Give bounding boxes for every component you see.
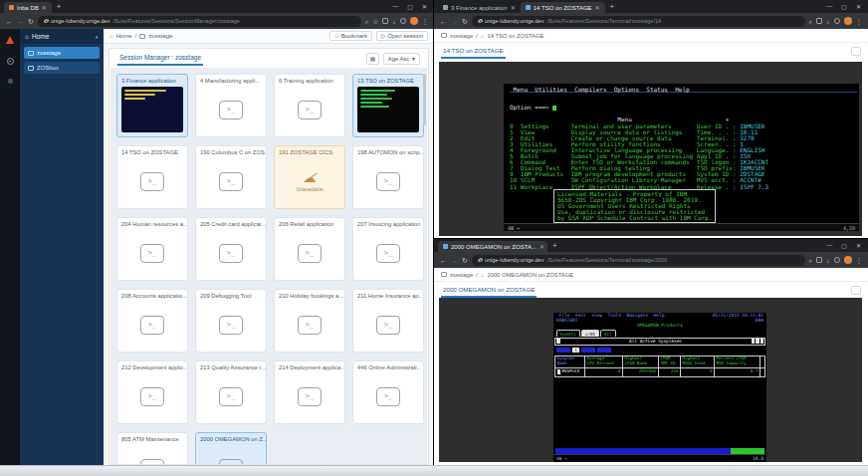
minimize-icon[interactable] <box>392 3 398 10</box>
close-icon[interactable] <box>422 3 427 10</box>
session-tile[interactable]: 190 Columbus C on ZOS...>_ <box>195 145 267 209</box>
browser-tab[interactable]: Inba DB <box>4 2 52 13</box>
close-icon[interactable] <box>856 3 861 10</box>
session-tile[interactable]: 213 Quality Assurance t...>_ <box>195 360 267 424</box>
browser-menu-icon[interactable] <box>856 18 863 25</box>
browser-tab[interactable]: 14 TSO on ZOSTAGE <box>521 2 605 13</box>
minimize-icon[interactable] <box>826 242 832 249</box>
account-icon[interactable] <box>400 18 406 24</box>
gear-icon[interactable] <box>7 58 14 65</box>
reload-icon[interactable] <box>28 18 34 25</box>
breadcrumb-home[interactable]: Home <box>116 33 132 39</box>
scrollbar[interactable] <box>423 74 426 125</box>
session-tile[interactable]: 805 ATM Maintenance>_ <box>116 432 188 464</box>
tso-ispf-terminal-screen[interactable]: Menu Utilities Compilers Options Status … <box>504 84 859 231</box>
window-menu-block[interactable] <box>556 339 560 344</box>
profile-avatar[interactable] <box>844 17 852 25</box>
session-tile[interactable]: 3 Finance application <box>116 74 188 137</box>
view-toggle-button[interactable]: ▦ <box>366 53 379 65</box>
pager-segment[interactable] <box>597 348 611 353</box>
session-tile[interactable]: 6 Training application>_ <box>274 74 345 137</box>
profile-avatar[interactable] <box>844 256 852 264</box>
forward-icon[interactable] <box>17 18 24 25</box>
breadcrumb-parent[interactable]: zosstage <box>450 33 473 39</box>
browser-menu-icon[interactable] <box>856 257 863 264</box>
session-tile[interactable]: 208 Accounts applicatio...>_ <box>116 289 188 353</box>
search-icon[interactable] <box>809 257 813 264</box>
session-tile[interactable]: 204 Human resources a...>_ <box>116 217 188 281</box>
session-tile[interactable]: 191 ZOSTAGE CICSUnavailable <box>274 145 345 209</box>
sidebar-item-zosbox[interactable]: ZOSbox <box>24 62 100 74</box>
session-tile[interactable]: 206 Retail application>_ <box>274 217 345 281</box>
downloads-icon[interactable] <box>392 18 395 25</box>
open-session-button[interactable]: Open session <box>376 31 428 41</box>
new-tab-button[interactable]: + <box>610 2 615 11</box>
session-tile[interactable]: 14 TSO on ZOSTAGE>_ <box>116 145 188 209</box>
forward-icon[interactable] <box>451 257 458 264</box>
session-tile[interactable]: 198 AUTOMON on scrip...>_ <box>352 145 424 209</box>
tab-close-icon[interactable] <box>595 5 600 11</box>
session-tile[interactable]: 210 Holiday bookings a...>_ <box>274 289 345 353</box>
session-tile[interactable]: 4 Manufacturing appli...>_ <box>195 74 267 137</box>
extensions-icon[interactable] <box>382 18 388 24</box>
tab-session-manager[interactable]: Session Manager : zosstage <box>117 51 203 66</box>
maximize-icon[interactable] <box>407 3 413 10</box>
tab-close-icon[interactable] <box>511 5 516 11</box>
tab-close-icon[interactable] <box>540 244 544 250</box>
session-tile[interactable]: 214 Deployment applica...>_ <box>274 360 345 424</box>
new-tab-button[interactable]: + <box>57 2 62 11</box>
address-bar[interactable]: unige-lubendy.unige.dev/Suite/Features/S… <box>472 16 805 27</box>
new-tab-button[interactable]: + <box>552 241 557 250</box>
session-tile[interactable]: 205 Credit card applicat...>_ <box>195 217 267 281</box>
window-control-block[interactable] <box>752 339 756 344</box>
session-tile[interactable]: 13 TSO on ZOSTAGE <box>352 74 424 137</box>
bookmark-button[interactable]: Bookmark <box>329 31 372 41</box>
reload-icon[interactable] <box>462 18 468 25</box>
session-tile[interactable]: 211 Home Insurance ap...>_ <box>352 289 424 353</box>
terminal-tab-events[interactable]: Events <box>556 330 580 337</box>
tab-close-icon[interactable] <box>42 5 47 11</box>
tab-tso-session[interactable]: 14 TSO on ZOSTAGE <box>441 44 506 59</box>
session-tile[interactable]: 209 Debugging Tool>_ <box>195 289 267 353</box>
bookmark-star-icon[interactable] <box>372 18 378 25</box>
back-icon[interactable] <box>440 257 447 264</box>
window-control-block[interactable] <box>756 339 760 344</box>
omegamon-terminal-screen[interactable]: File Edit View Tools Navigate Help05/11/… <box>553 313 766 462</box>
terminal-tab-zos[interactable]: z/OS <box>581 330 599 337</box>
keyboard-icon[interactable] <box>851 286 861 295</box>
account-icon[interactable] <box>834 18 840 24</box>
sidebar-header-home[interactable]: Home <box>20 29 104 44</box>
extensions-icon[interactable] <box>816 18 822 24</box>
pager-segment[interactable] <box>556 348 570 353</box>
address-bar[interactable]: unige-lubendy.unige.dev/Suite/Features/S… <box>472 255 805 266</box>
rail-extra-icon[interactable] <box>8 79 13 84</box>
taskbar[interactable] <box>0 465 868 476</box>
search-icon[interactable] <box>809 18 813 25</box>
extensions-icon[interactable] <box>816 257 822 263</box>
command-input-bar[interactable] <box>555 448 764 454</box>
maximize-icon[interactable] <box>841 242 847 249</box>
keyboard-icon[interactable] <box>851 47 861 56</box>
terminal-tab-all[interactable]: All <box>600 330 616 337</box>
sort-dropdown[interactable]: Age Asc <box>383 53 420 65</box>
close-icon[interactable] <box>856 242 861 249</box>
account-icon[interactable] <box>834 257 840 263</box>
profile-avatar[interactable] <box>410 17 418 25</box>
session-tile[interactable]: 2000 OMEGAMON on Z...>_ <box>195 432 267 464</box>
tab-omegamon-session[interactable]: 2000 OMEGAMON on ZOSTAGE <box>441 283 537 298</box>
search-icon[interactable] <box>365 18 369 25</box>
downloads-icon[interactable] <box>826 257 829 264</box>
window-control-block[interactable] <box>760 339 764 344</box>
forward-icon[interactable] <box>451 18 458 25</box>
browser-tab[interactable]: 2000 OMEGAMON on ZOSTA... <box>438 241 547 252</box>
sidebar-item-zosstage[interactable]: zosstage <box>24 47 100 59</box>
back-icon[interactable] <box>6 18 13 25</box>
back-icon[interactable] <box>440 18 447 25</box>
browser-tab[interactable]: 3 Finance application <box>438 2 521 13</box>
downloads-icon[interactable] <box>826 18 829 25</box>
breadcrumb-parent[interactable]: zosstage <box>450 272 473 278</box>
session-tile[interactable]: 212 Development applic...>_ <box>116 360 188 424</box>
session-tile[interactable]: 207 Invoicing application>_ <box>352 217 424 281</box>
browser-menu-icon[interactable] <box>422 18 429 25</box>
maximize-icon[interactable] <box>841 3 847 10</box>
